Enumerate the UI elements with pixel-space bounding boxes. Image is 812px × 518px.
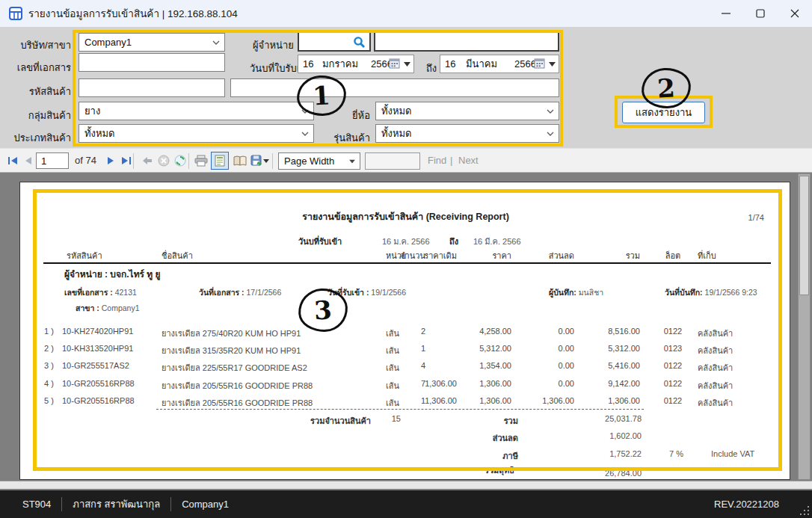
date-to-caret-icon[interactable] bbox=[549, 62, 556, 67]
report-title: รายงานข้อมูลการรับเข้าสินค้า (Receiving … bbox=[20, 209, 790, 224]
lot: 0122 bbox=[659, 361, 686, 370]
calendar-icon[interactable] bbox=[389, 58, 400, 69]
close-icon bbox=[790, 9, 799, 18]
toolbar-separator bbox=[188, 153, 189, 169]
horizontal-scrollbar[interactable] bbox=[0, 481, 812, 489]
supplier-name-input[interactable] bbox=[374, 31, 559, 52]
status-separator bbox=[61, 497, 62, 511]
refresh-icon bbox=[174, 155, 186, 167]
stop-icon bbox=[158, 155, 170, 167]
product-type-select[interactable]: ทั้งหมด bbox=[79, 124, 314, 143]
product-group-select[interactable]: ยาง bbox=[79, 102, 314, 120]
previous-page-button[interactable] bbox=[19, 152, 36, 169]
lot: 0122 bbox=[659, 327, 686, 336]
supplier-search-box[interactable] bbox=[298, 31, 371, 52]
back-button[interactable] bbox=[139, 152, 156, 169]
date-to-picker[interactable]: 16 มีนาคม 2566 bbox=[440, 55, 559, 73]
column-header: ที่เก็บ bbox=[698, 249, 772, 262]
vertical-scrollbar[interactable] bbox=[798, 173, 811, 480]
print-layout-button[interactable] bbox=[211, 152, 229, 170]
price: 1,306.00 bbox=[459, 379, 511, 388]
caret-down-icon bbox=[263, 159, 269, 163]
discount: 0.00 bbox=[522, 327, 574, 336]
summary-vat-rate: 7 % bbox=[653, 449, 683, 458]
date-from-picker[interactable]: 16 มกราคม 2566 bbox=[298, 55, 414, 73]
status-bar: ST904 ภาสกร สราพัฒนากุล Company1 REV.202… bbox=[0, 490, 812, 518]
product-code-input[interactable] bbox=[79, 78, 225, 97]
lot: 0122 bbox=[659, 379, 686, 388]
show-report-button[interactable]: แสดงรายงาน bbox=[622, 102, 705, 123]
report-toolbar: of 74 bbox=[0, 148, 812, 173]
brand-label: ยี่ห้อ bbox=[299, 106, 370, 125]
location: คลังสินค้า bbox=[698, 327, 772, 340]
doc-no-label: เลขที่เอกสาร bbox=[4, 58, 71, 77]
calendar-icon[interactable] bbox=[534, 58, 545, 69]
report-date-to-label: ถึง bbox=[449, 235, 458, 248]
column-header: รหัสสินค้า bbox=[62, 249, 170, 262]
minimize-button[interactable] bbox=[709, 0, 743, 27]
close-button[interactable] bbox=[778, 0, 812, 27]
maximize-button[interactable] bbox=[743, 0, 778, 27]
date-from-caret-icon[interactable] bbox=[404, 62, 410, 67]
export-save-icon bbox=[250, 155, 263, 167]
price: 5,312.00 bbox=[459, 344, 511, 353]
date-to-day: 16 bbox=[445, 55, 455, 73]
next-page-button[interactable] bbox=[103, 152, 120, 169]
supplier-group-label: ผู้จำหน่าย : bbox=[64, 269, 108, 280]
quantity: 2 bbox=[396, 327, 425, 336]
company-label: บริษัท/สาขา bbox=[4, 36, 71, 55]
resize-grip[interactable] bbox=[800, 506, 809, 515]
stop-button[interactable] bbox=[156, 152, 172, 169]
product-group-label: กลุ่มสินค้า bbox=[4, 106, 71, 125]
chevron-down-icon bbox=[212, 40, 220, 45]
chevron-down-icon bbox=[547, 132, 554, 136]
find-next-button[interactable]: Next bbox=[458, 155, 479, 166]
doc-no-input[interactable] bbox=[79, 53, 225, 72]
supplier-group-value: บจก.ไทร์ ทู ยู bbox=[110, 269, 160, 280]
report-page-indicator: 1/74 bbox=[748, 213, 764, 222]
date-from-month: มกราคม bbox=[322, 55, 358, 73]
product-code: 10-KH313520HP91 bbox=[62, 344, 170, 353]
model-value: ทั้งหมด bbox=[381, 126, 412, 141]
product-name: ยางเรเดียล 275/40R20 KUM HO HP91 bbox=[162, 327, 375, 340]
location: คลังสินค้า bbox=[698, 396, 772, 410]
find-input[interactable] bbox=[365, 152, 420, 170]
product-name: ยางเรเดียล 315/35R20 KUM HO HP91 bbox=[162, 344, 375, 357]
date-to-month: มีนาคม bbox=[466, 55, 497, 73]
branch-value: Company1 bbox=[102, 303, 140, 312]
first-page-button[interactable] bbox=[4, 152, 21, 169]
search-icon[interactable] bbox=[353, 36, 366, 49]
print-button[interactable] bbox=[193, 152, 209, 169]
product-name: ยางเรเดียล 225/55R17 GOODRIDE AS2 bbox=[162, 361, 375, 374]
record-date-value: 19/1/2566 9:23 bbox=[705, 288, 757, 297]
discount: 0.00 bbox=[522, 344, 574, 353]
page-number-input[interactable] bbox=[36, 152, 69, 169]
row-number: 2 ) bbox=[44, 344, 61, 353]
date-to-year: 2566 bbox=[514, 55, 536, 73]
product-name-input[interactable] bbox=[230, 78, 559, 97]
scrollbar-thumb[interactable] bbox=[799, 176, 809, 295]
zoom-select[interactable]: Page Width bbox=[278, 152, 360, 170]
summary-net-label: รวมสุทธิ bbox=[440, 463, 514, 477]
page-setup-button[interactable] bbox=[232, 152, 248, 169]
total: 5,312.00 bbox=[588, 344, 640, 353]
discount: 1,306.00 bbox=[522, 396, 574, 405]
quantity: 4 bbox=[396, 361, 425, 370]
product-code-label: รหัสสินค้า bbox=[4, 82, 71, 101]
print-layout-icon bbox=[215, 155, 225, 167]
report-viewer: 3 รายงานข้อมูลการรับเข้าสินค้า (Receivin… bbox=[0, 173, 812, 490]
last-page-button[interactable] bbox=[118, 152, 135, 169]
location: คลังสินค้า bbox=[698, 361, 772, 374]
refresh-button[interactable] bbox=[172, 152, 188, 169]
model-select[interactable]: ทั้งหมด bbox=[375, 124, 559, 143]
company-select[interactable]: Company1 bbox=[79, 33, 225, 52]
minimize-icon bbox=[722, 9, 731, 18]
export-menu-caret[interactable] bbox=[262, 152, 271, 169]
date-from-day: 16 bbox=[303, 55, 313, 73]
status-user: ภาสกร สราพัฒนากุล bbox=[73, 496, 160, 512]
brand-select[interactable]: ทั้งหมด bbox=[375, 102, 559, 120]
row-number: 4 ) bbox=[44, 379, 61, 388]
find-button[interactable]: Find bbox=[428, 155, 446, 166]
first-page-icon bbox=[7, 156, 18, 165]
product-type-value: ทั้งหมด bbox=[84, 126, 115, 141]
